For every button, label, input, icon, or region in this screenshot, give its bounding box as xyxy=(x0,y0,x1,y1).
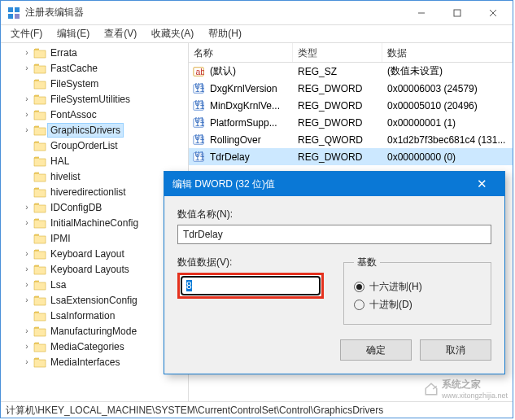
tree-item[interactable]: IPMI xyxy=(1,230,188,246)
cell-name: TdrDelay xyxy=(205,150,293,164)
svg-text:110: 110 xyxy=(195,101,204,111)
tree-item[interactable]: ›FileSystemUtilities xyxy=(1,91,188,107)
dialog-body: 数值名称(N): 数值数据(V): 基数 十六进制(H) xyxy=(164,196,504,374)
cell-data: 0x1d2b7f3bec681c4 (131... xyxy=(382,133,513,147)
expander-icon[interactable]: › xyxy=(22,342,32,351)
tree-item-label: Lsa xyxy=(48,278,68,291)
tree-item[interactable]: ›LsaExtensionConfig xyxy=(1,292,188,308)
col-header-name[interactable]: 名称 xyxy=(189,43,293,62)
watermark-url: www.xitongzhijia.net xyxy=(442,392,508,400)
expander-icon[interactable]: › xyxy=(22,280,32,289)
tree-item-label: LsaExtensionConfig xyxy=(48,294,140,307)
expander-icon[interactable]: › xyxy=(22,63,32,72)
expander-icon[interactable]: › xyxy=(22,203,32,212)
binary-value-icon: 011110 xyxy=(192,151,205,164)
radio-hex[interactable]: 十六进制(H) xyxy=(354,280,481,294)
tree-item[interactable]: LsaInformation xyxy=(1,308,188,323)
svg-rect-5 xyxy=(454,10,460,16)
binary-value-icon: 011110 xyxy=(192,82,205,95)
menu-help[interactable]: 帮助(H) xyxy=(202,24,248,43)
tree-pane[interactable]: ›Errata›FastCacheFileSystem›FileSystemUt… xyxy=(1,43,189,401)
minimize-button[interactable] xyxy=(404,2,439,24)
radio-dec[interactable]: 十进制(D) xyxy=(354,298,481,312)
menu-view[interactable]: 查看(V) xyxy=(98,24,143,43)
folder-icon xyxy=(33,295,46,306)
folder-icon xyxy=(33,47,46,59)
expander-icon[interactable]: › xyxy=(22,249,32,258)
tree-item[interactable]: ›InitialMachineConfig xyxy=(1,215,188,230)
status-path: 计算机\HKEY_LOCAL_MACHINE\SYSTEM\CurrentCon… xyxy=(6,405,383,416)
expander-icon[interactable]: › xyxy=(22,295,32,304)
expander-icon[interactable]: › xyxy=(22,326,32,335)
tree-item-label: IDConfigDB xyxy=(48,201,104,214)
cell-type: REG_DWORD xyxy=(293,98,382,113)
value-name-input[interactable] xyxy=(177,225,491,244)
expander-icon[interactable]: › xyxy=(22,110,32,119)
tree-item[interactable]: HAL xyxy=(1,153,188,168)
tree-item-label: Errata xyxy=(48,46,80,59)
list-row[interactable]: 011110MinDxgKrnlVe...REG_DWORD0x00005010… xyxy=(189,97,513,114)
tree-item[interactable]: ›Keyboard Layout xyxy=(1,246,188,261)
folder-icon xyxy=(33,264,46,275)
tree-item-label: FontAssoc xyxy=(48,108,99,121)
tree-item[interactable]: ›GraphicsDrivers xyxy=(1,122,188,138)
cell-name: DxgKrnlVersion xyxy=(205,81,293,96)
cell-type: REG_DWORD xyxy=(293,81,382,96)
dialog-titlebar[interactable]: 编辑 DWORD (32 位)值 ✕ xyxy=(164,172,504,196)
col-header-type[interactable]: 类型 xyxy=(293,43,382,62)
tree-item[interactable]: hiveredirectionlist xyxy=(1,184,188,199)
menu-file[interactable]: 文件(F) xyxy=(4,24,49,43)
tree-item-label: FastCache xyxy=(48,62,100,75)
cell-data: (数值未设置) xyxy=(382,63,513,80)
tree-item[interactable]: ›Keyboard Layouts xyxy=(1,261,188,277)
expander-icon[interactable]: › xyxy=(22,94,32,103)
svg-rect-1 xyxy=(15,7,20,12)
tree-item-label: Keyboard Layouts xyxy=(48,263,132,276)
tree-item[interactable]: GroupOrderList xyxy=(1,138,188,153)
tree-item-label: MediaCategories xyxy=(48,340,127,353)
dialog-close-button[interactable]: ✕ xyxy=(467,177,496,191)
tree-item[interactable]: ›ManufacturingMode xyxy=(1,323,188,339)
folder-icon xyxy=(33,78,46,90)
expander-icon[interactable]: › xyxy=(22,265,32,273)
expander-icon[interactable]: › xyxy=(22,218,32,227)
expander-icon[interactable]: › xyxy=(22,48,32,57)
tree-item[interactable]: FileSystem xyxy=(1,76,188,91)
menu-favorites[interactable]: 收藏夹(A) xyxy=(145,24,200,43)
col-header-data[interactable]: 数据 xyxy=(382,43,513,62)
maximize-button[interactable] xyxy=(439,2,475,24)
tree-item[interactable]: ›MediaInterfaces xyxy=(1,354,188,370)
folder-icon xyxy=(33,248,46,260)
list-row[interactable]: 011110DxgKrnlVersionREG_DWORD0x00006003 … xyxy=(189,80,513,97)
watermark-text: 系统之家 xyxy=(442,378,508,392)
tree-item-label: IPMI xyxy=(48,232,73,245)
cell-name: RollingOver xyxy=(205,133,293,147)
tree-item[interactable]: ›FastCache xyxy=(1,60,188,76)
expander-icon[interactable]: › xyxy=(22,357,32,366)
list-row[interactable]: 011110PlatformSupp...REG_DWORD0x00000001… xyxy=(189,114,513,131)
svg-rect-2 xyxy=(8,14,13,19)
expander-icon[interactable]: › xyxy=(22,125,32,134)
tree-item-label: InitialMachineConfig xyxy=(48,217,141,230)
list-row[interactable]: 011110RollingOverREG_QWORD0x1d2b7f3bec68… xyxy=(189,131,513,148)
folder-icon xyxy=(33,326,46,337)
menu-edit[interactable]: 编辑(E) xyxy=(50,24,96,43)
value-data-input[interactable] xyxy=(181,276,321,295)
folder-icon xyxy=(33,125,46,136)
folder-icon xyxy=(33,233,46,244)
dialog-buttons: 确定 取消 xyxy=(177,339,491,361)
close-button[interactable] xyxy=(475,2,511,24)
tree-item[interactable]: hivelist xyxy=(1,168,188,184)
tree-item[interactable]: ›Lsa xyxy=(1,277,188,292)
list-row[interactable]: 011110TdrDelayREG_DWORD0x00000000 (0) xyxy=(189,148,513,165)
tree-item[interactable]: ›IDConfigDB xyxy=(1,199,188,215)
tree-item-label: hivelist xyxy=(48,170,83,183)
folder-icon xyxy=(33,94,46,105)
ok-button[interactable]: 确定 xyxy=(340,339,412,361)
tree-item[interactable]: ›MediaCategories xyxy=(1,339,188,354)
cancel-button[interactable]: 取消 xyxy=(420,339,491,361)
binary-value-icon: 011110 xyxy=(192,133,205,147)
tree-item[interactable]: ›FontAssoc xyxy=(1,107,188,122)
tree-item[interactable]: ›Errata xyxy=(1,45,188,60)
list-row[interactable]: ab(默认)REG_SZ(数值未设置) xyxy=(189,63,513,80)
